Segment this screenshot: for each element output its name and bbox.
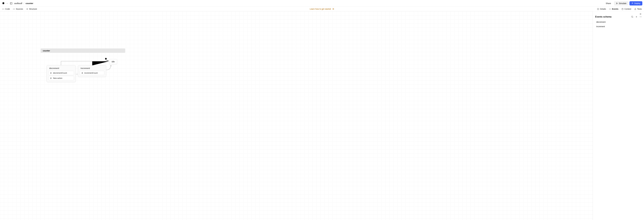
breadcrumb-project[interactable]: asdfasdf — [14, 2, 22, 5]
svg-point-14 — [632, 16, 633, 17]
breadcrumb: asdfasdf / counter — [14, 2, 33, 5]
state-node-idle[interactable]: idle — [109, 59, 117, 64]
context-icon — [622, 8, 624, 10]
tab-code-label: Code — [5, 8, 10, 10]
add-icon[interactable] — [635, 16, 638, 18]
more-icon[interactable] — [640, 16, 642, 18]
bolt-icon — [50, 77, 52, 79]
action-label: incrementCount — [84, 72, 98, 74]
event-item-increment[interactable]: increment — [593, 24, 644, 29]
tab-sources[interactable]: Sources — [13, 8, 23, 10]
svg-line-15 — [633, 17, 633, 18]
simulate-button[interactable]: Simulate — [614, 1, 628, 6]
code-icon — [2, 8, 4, 10]
sources-icon — [13, 8, 15, 10]
panel-toggle-icon[interactable] — [10, 2, 12, 5]
action-decrement-count[interactable]: decrementCount — [48, 71, 74, 75]
rtab-tests-label: Tests — [637, 8, 642, 10]
rtab-events-label: Events — [612, 8, 618, 10]
svg-point-20 — [641, 17, 642, 17]
rtab-details-label: Details — [600, 8, 606, 10]
svg-point-19 — [640, 17, 641, 17]
rtab-context-label: Context — [624, 8, 631, 10]
tab-sources-label: Sources — [16, 8, 23, 10]
transition-title: decrement — [48, 67, 74, 69]
tests-icon — [634, 8, 636, 10]
breadcrumb-separator: / — [24, 2, 24, 5]
rtab-context[interactable]: Context — [622, 8, 631, 10]
bolt-icon — [81, 72, 83, 74]
machine-title[interactable]: counter — [40, 48, 125, 53]
rtab-tests[interactable]: Tests — [634, 8, 642, 10]
rtab-details[interactable]: Details — [597, 8, 606, 10]
bolt-icon — [50, 72, 52, 74]
side-panel: Events schema decrement increment — [593, 11, 644, 220]
close-icon[interactable] — [332, 8, 334, 10]
transition-title: increment — [80, 67, 104, 69]
tab-code[interactable]: Code — [2, 8, 10, 10]
tab-structure[interactable]: Structure — [26, 8, 37, 10]
svg-rect-0 — [10, 3, 12, 4]
events-icon — [609, 8, 611, 10]
structure-icon — [26, 8, 28, 10]
action-label: decrementCount — [53, 72, 67, 74]
event-item-decrement[interactable]: decrement — [593, 20, 644, 24]
svg-point-10 — [622, 8, 623, 9]
svg-point-18 — [640, 17, 640, 17]
transition-node-increment[interactable]: increment incrementCount — [78, 65, 106, 77]
chevron-down-icon[interactable] — [6, 3, 8, 4]
deploy-label: Deploy — [634, 2, 640, 5]
action-label: New action — [53, 77, 62, 79]
action-new-action[interactable]: New action — [48, 76, 74, 80]
svg-point-11 — [105, 58, 107, 60]
share-button[interactable]: Share — [604, 1, 613, 6]
learn-link[interactable]: Learn how to get started — [310, 8, 331, 10]
app-logo[interactable] — [2, 2, 5, 5]
simulate-label: Simulate — [619, 2, 626, 5]
transition-node-decrement[interactable]: decrement decrementCount New action — [46, 65, 76, 82]
tab-structure-label: Structure — [29, 8, 37, 10]
rtab-events[interactable]: Events — [609, 8, 618, 10]
search-icon[interactable] — [631, 16, 633, 18]
side-panel-title: Events schema — [595, 16, 630, 18]
canvas[interactable]: counter — [0, 11, 593, 220]
info-icon — [597, 8, 599, 10]
deploy-button[interactable]: Deploy — [630, 1, 642, 6]
action-increment-count[interactable]: incrementCount — [80, 71, 104, 75]
breadcrumb-machine: counter — [26, 2, 33, 5]
close-icon[interactable] — [640, 13, 642, 15]
